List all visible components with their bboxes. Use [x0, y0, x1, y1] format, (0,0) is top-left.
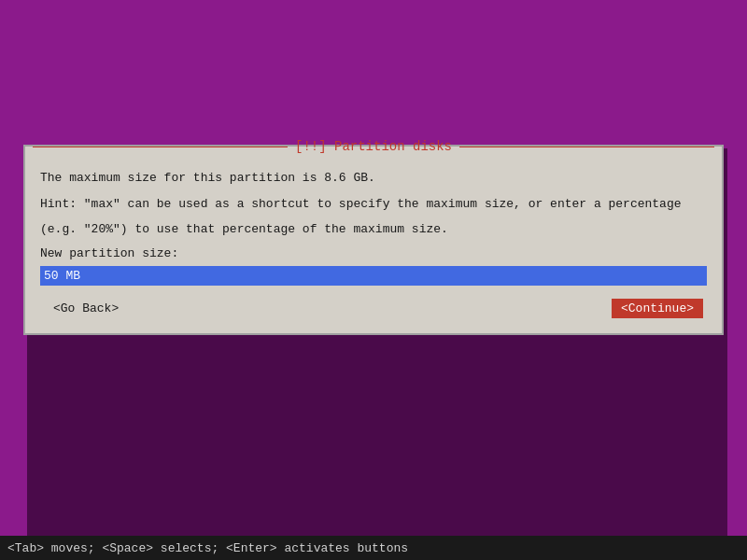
dialog-title: [!!] Partition disks — [295, 139, 452, 154]
partition-size-input[interactable] — [40, 266, 707, 286]
description-line3: (e.g. "20%") to use that percentage of t… — [40, 220, 707, 239]
description-line2: Hint: "max" can be used as a shortcut to… — [40, 195, 707, 214]
partition-size-label: New partition size: — [40, 246, 707, 260]
status-bar: <Tab> moves; <Space> selects; <Enter> ac… — [0, 536, 747, 560]
dialog-body: The maximum size for this partition is 8… — [25, 158, 722, 333]
title-line-right — [459, 147, 714, 147]
description-line1: The maximum size for this partition is 8… — [40, 169, 707, 188]
dialog-container: [!!] Partition disks The maximum size fo… — [23, 145, 724, 335]
continue-button[interactable]: <Continue> — [612, 299, 703, 318]
go-back-button[interactable]: <Go Back> — [44, 299, 128, 318]
title-line-left — [33, 147, 288, 147]
title-bar: [!!] Partition disks — [25, 135, 722, 158]
status-text: <Tab> moves; <Space> selects; <Enter> ac… — [7, 541, 408, 555]
buttons-row: <Go Back> <Continue> — [40, 299, 707, 318]
